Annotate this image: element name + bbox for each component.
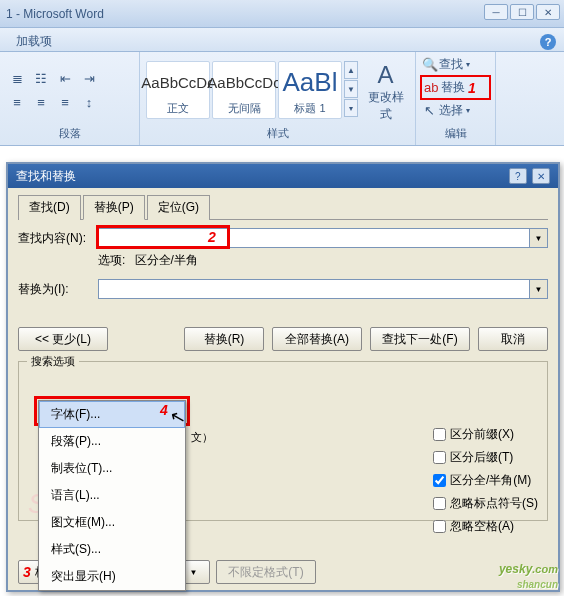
find-label: 查找内容(N): bbox=[18, 230, 98, 247]
check-halfwidth[interactable]: 区分全/半角(M) bbox=[433, 472, 538, 489]
options-value: 区分全/半角 bbox=[135, 253, 198, 267]
find-input[interactable] bbox=[98, 228, 530, 248]
check-punct[interactable]: 忽略标点符号(S) bbox=[433, 495, 538, 512]
align-center-icon[interactable]: ≡ bbox=[30, 91, 52, 113]
dialog-close-icon[interactable]: ✕ bbox=[532, 168, 550, 184]
tab-find[interactable]: 查找(D) bbox=[18, 195, 81, 220]
window-controls: ─ ☐ ✕ bbox=[484, 4, 560, 20]
replace-dropdown-icon[interactable]: ▼ bbox=[530, 279, 548, 299]
replace-input[interactable] bbox=[98, 279, 530, 299]
menu-style[interactable]: 样式(S)... bbox=[39, 536, 185, 563]
find-button[interactable]: 🔍 查找 ▾ bbox=[420, 54, 491, 75]
dialog-titlebar[interactable]: 查找和替换 ? ✕ bbox=[8, 164, 558, 188]
replace-row: 替换为(I): ▼ bbox=[18, 279, 548, 299]
check-space[interactable]: 忽略空格(A) bbox=[433, 518, 538, 535]
align-left-icon[interactable]: ≡ bbox=[6, 91, 28, 113]
bullets-icon[interactable]: ≣ bbox=[6, 67, 28, 89]
group-label-paragraph: 段落 bbox=[6, 126, 133, 143]
paragraph-buttons: ≣ ☷ ⇤ ⇥ ≡ ≡ ≡ ↕ bbox=[6, 67, 100, 113]
cancel-button[interactable]: 取消 bbox=[478, 327, 548, 351]
gallery-up-icon[interactable]: ▲ bbox=[344, 61, 358, 79]
no-format-button: 不限定格式(T) bbox=[216, 560, 316, 584]
replace-all-button[interactable]: 全部替换(A) bbox=[272, 327, 362, 351]
menu-paragraph[interactable]: 段落(P)... bbox=[39, 428, 185, 455]
window-title: 1 - Microsoft Word bbox=[6, 7, 104, 21]
less-button[interactable]: << 更少(L) bbox=[18, 327, 108, 351]
tab-replace[interactable]: 替换(P) bbox=[83, 195, 145, 220]
dropdown-icon: ▾ bbox=[466, 106, 470, 115]
ribbon-tabs: 加载项 bbox=[0, 28, 564, 52]
chevron-down-icon: ▼ bbox=[190, 568, 198, 577]
watermark: yesky.com shancun bbox=[499, 553, 558, 590]
options-label: 选项: bbox=[98, 253, 125, 267]
indent-icon[interactable]: ⇥ bbox=[78, 67, 100, 89]
annotation-2: 2 bbox=[208, 229, 216, 245]
menu-frame[interactable]: 图文框(M)... bbox=[39, 509, 185, 536]
format-menu: 字体(F)... 段落(P)... 制表位(T)... 语言(L)... 图文框… bbox=[38, 400, 186, 591]
replace-one-button[interactable]: 替换(R) bbox=[184, 327, 264, 351]
stray-text: 文） bbox=[191, 430, 213, 445]
dialog-title: 查找和替换 bbox=[16, 168, 76, 185]
option-checkboxes: 区分前缀(X) 区分后缀(T) 区分全/半角(M) 忽略标点符号(S) 忽略空格… bbox=[433, 426, 538, 535]
close-button[interactable]: ✕ bbox=[536, 4, 560, 20]
change-styles-icon: A bbox=[362, 61, 409, 89]
dropdown-icon: ▾ bbox=[466, 60, 470, 69]
search-options-legend: 搜索选项 bbox=[27, 354, 79, 369]
maximize-button[interactable]: ☐ bbox=[510, 4, 534, 20]
change-styles-button[interactable]: A 更改样式 bbox=[362, 57, 409, 123]
annotation-1: 1 bbox=[468, 80, 476, 96]
menu-highlight[interactable]: 突出显示(H) bbox=[39, 563, 185, 590]
ribbon: ≣ ☷ ⇤ ⇥ ≡ ≡ ≡ ↕ 段落 AaBbCcDc 正文 AaBbCcDc … bbox=[0, 52, 564, 146]
group-styles: AaBbCcDc 正文 AaBbCcDc 无间隔 AaBl 标题 1 ▲ ▼ ▾ bbox=[140, 52, 416, 145]
tab-addins[interactable]: 加载项 bbox=[8, 31, 60, 52]
find-replace-dialog: 查找和替换 ? ✕ Shiny 查找(D) 替换(P) 定位(G) 查找内容(N… bbox=[6, 162, 560, 592]
title-bar: 1 - Microsoft Word bbox=[0, 0, 564, 28]
find-next-button[interactable]: 查找下一处(F) bbox=[370, 327, 470, 351]
replace-button[interactable]: ab 替换 1 bbox=[420, 75, 491, 100]
gallery-down-icon[interactable]: ▼ bbox=[344, 80, 358, 98]
find-dropdown-icon[interactable]: ▼ bbox=[530, 228, 548, 248]
outdent-icon[interactable]: ⇤ bbox=[54, 67, 76, 89]
minimize-button[interactable]: ─ bbox=[484, 4, 508, 20]
style-normal[interactable]: AaBbCcDc 正文 bbox=[146, 61, 210, 119]
replace-icon: ab bbox=[424, 80, 438, 95]
gallery-more-icon[interactable]: ▾ bbox=[344, 99, 358, 117]
dialog-body: Shiny 查找(D) 替换(P) 定位(G) 查找内容(N): ▼ 2 选项:… bbox=[8, 188, 558, 590]
dialog-help-icon[interactable]: ? bbox=[509, 168, 527, 184]
menu-language[interactable]: 语言(L)... bbox=[39, 482, 185, 509]
line-spacing-icon[interactable]: ↕ bbox=[78, 91, 100, 113]
style-gallery: AaBbCcDc 正文 AaBbCcDc 无间隔 AaBl 标题 1 ▲ ▼ ▾ bbox=[146, 61, 358, 119]
numbering-icon[interactable]: ☷ bbox=[30, 67, 52, 89]
check-suffix[interactable]: 区分后缀(T) bbox=[433, 449, 538, 466]
select-button[interactable]: ↖ 选择 ▾ bbox=[420, 100, 491, 121]
style-nospacing[interactable]: AaBbCcDc 无间隔 bbox=[212, 61, 276, 119]
find-row: 查找内容(N): ▼ 2 bbox=[18, 228, 548, 248]
group-label-styles: 样式 bbox=[146, 126, 409, 143]
menu-tabs[interactable]: 制表位(T)... bbox=[39, 455, 185, 482]
annotation-4: 4 bbox=[160, 402, 168, 418]
help-icon[interactable]: ? bbox=[540, 34, 556, 50]
select-icon: ↖ bbox=[422, 103, 436, 118]
dialog-tabs: 查找(D) 替换(P) 定位(G) bbox=[18, 194, 548, 220]
replace-label: 替换为(I): bbox=[18, 281, 98, 298]
gallery-scroll: ▲ ▼ ▾ bbox=[344, 61, 358, 117]
group-label-editing: 编辑 bbox=[420, 126, 491, 143]
group-editing: 🔍 查找 ▾ ab 替换 1 ↖ 选择 ▾ 编辑 bbox=[416, 52, 496, 145]
align-right-icon[interactable]: ≡ bbox=[54, 91, 76, 113]
group-paragraph: ≣ ☷ ⇤ ⇥ ≡ ≡ ≡ ↕ 段落 bbox=[0, 52, 140, 145]
find-icon: 🔍 bbox=[422, 57, 436, 72]
check-prefix[interactable]: 区分前缀(X) bbox=[433, 426, 538, 443]
dialog-button-row: << 更少(L) 替换(R) 全部替换(A) 查找下一处(F) 取消 bbox=[18, 327, 548, 351]
options-row: 选项: 区分全/半角 bbox=[18, 252, 548, 269]
style-heading1[interactable]: AaBl 标题 1 bbox=[278, 61, 342, 119]
annotation-3: 3 bbox=[23, 564, 31, 580]
tab-goto[interactable]: 定位(G) bbox=[147, 195, 210, 220]
